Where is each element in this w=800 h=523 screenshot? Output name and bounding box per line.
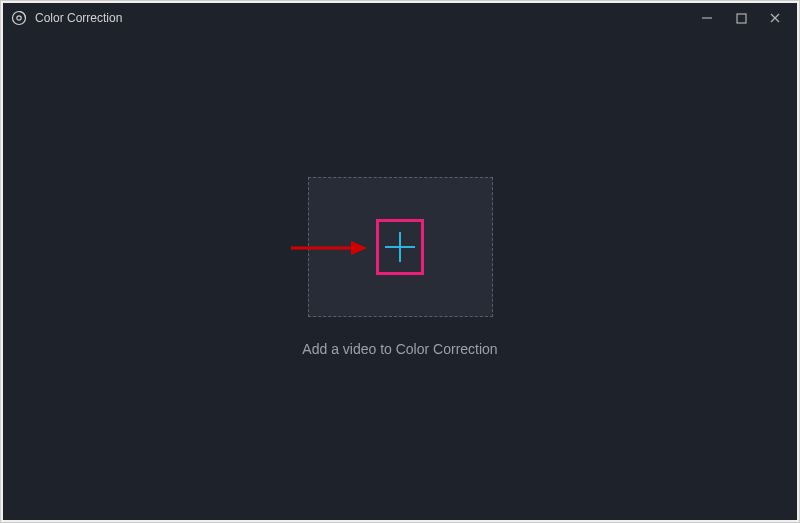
titlebar: Color Correction: [3, 3, 797, 33]
content-area: Add a video to Color Correction: [3, 33, 797, 520]
annotation-arrow-icon: [289, 238, 369, 258]
minimize-button[interactable]: [699, 10, 715, 26]
dropzone-caption: Add a video to Color Correction: [302, 341, 497, 357]
maximize-button[interactable]: [733, 10, 749, 26]
window-title: Color Correction: [35, 11, 122, 25]
minimize-icon: [701, 12, 713, 24]
app-window: Color Correction: [3, 3, 797, 520]
close-button[interactable]: [767, 10, 783, 26]
maximize-icon: [736, 13, 747, 24]
add-video-highlight-box: [376, 219, 424, 275]
plus-icon: [381, 228, 419, 266]
svg-marker-9: [351, 241, 367, 255]
svg-rect-3: [737, 14, 746, 23]
app-icon: [11, 10, 27, 26]
close-icon: [769, 12, 781, 24]
add-video-dropzone[interactable]: [308, 177, 493, 317]
window-controls: [699, 10, 789, 26]
svg-point-1: [17, 16, 21, 20]
